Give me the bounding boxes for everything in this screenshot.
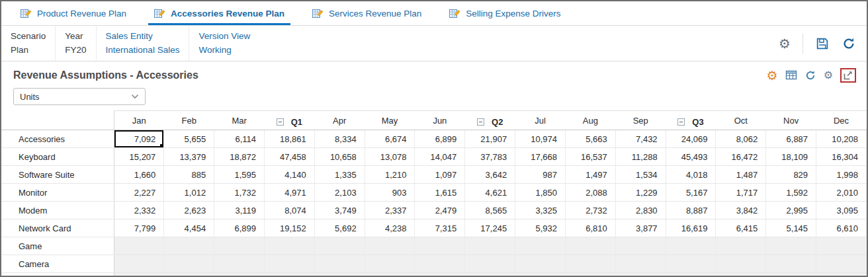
- grid-cell[interactable]: 8,074: [264, 202, 314, 219]
- grid-cell[interactable]: 15,207: [114, 148, 164, 166]
- grid-cell[interactable]: 8,062: [716, 130, 766, 148]
- grid-cell[interactable]: 10,208: [816, 130, 867, 148]
- grid-cell[interactable]: 7,092: [114, 130, 164, 148]
- grid-cell[interactable]: [615, 237, 666, 255]
- gear-icon[interactable]: ⚙: [779, 37, 791, 50]
- grid-cell[interactable]: 2,332: [114, 202, 164, 219]
- grid-cell[interactable]: 987: [515, 166, 566, 184]
- grid-cell[interactable]: 1,615: [415, 184, 465, 202]
- collapse-icon[interactable]: [677, 118, 685, 126]
- grid-cell[interactable]: [314, 237, 365, 255]
- grid-cell[interactable]: 2,623: [164, 202, 214, 219]
- pov-dimension-link[interactable]: Version View: [198, 31, 250, 42]
- grid-cell[interactable]: 3,877: [615, 219, 666, 237]
- grid-cell[interactable]: 1,097: [415, 166, 465, 184]
- grid-cell[interactable]: [716, 237, 766, 255]
- grid-cell[interactable]: [415, 273, 465, 277]
- collapse-icon[interactable]: [477, 118, 484, 126]
- grid-cell[interactable]: 14,047: [415, 148, 465, 166]
- units-dropdown[interactable]: Units: [13, 88, 146, 105]
- grid-cell[interactable]: 13,078: [365, 148, 415, 166]
- grid-cell[interactable]: 6,899: [214, 219, 265, 237]
- grid-cell[interactable]: 1,595: [214, 166, 265, 184]
- grid-cell[interactable]: 6,610: [816, 219, 867, 237]
- grid-cell[interactable]: [465, 237, 515, 255]
- grid-cell[interactable]: 5,663: [565, 130, 615, 148]
- gear-icon[interactable]: ⚙: [767, 69, 778, 82]
- grid-cell[interactable]: 16,619: [666, 219, 716, 237]
- grid-cell[interactable]: 6,674: [365, 130, 415, 148]
- grid-cell[interactable]: [615, 255, 666, 273]
- grid-cell[interactable]: 2,830: [615, 202, 666, 219]
- grid-cell[interactable]: [264, 237, 314, 255]
- pov-dimension-link[interactable]: Sales Entity: [106, 31, 180, 42]
- grid-cell[interactable]: 17,668: [515, 148, 566, 166]
- grid-cell[interactable]: [666, 237, 716, 255]
- grid-cell[interactable]: [716, 273, 766, 277]
- grid-cell[interactable]: 6,415: [716, 219, 766, 237]
- grid-cell[interactable]: 8,334: [314, 130, 365, 148]
- grid-cell[interactable]: [816, 255, 867, 273]
- grid-cell[interactable]: 2,010: [816, 184, 867, 202]
- grid-cell[interactable]: 1,732: [214, 184, 265, 202]
- grid-cell[interactable]: [365, 273, 415, 277]
- grid-cell[interactable]: 3,842: [716, 202, 766, 219]
- grid-cell[interactable]: [214, 273, 265, 277]
- grid-cell[interactable]: 5,655: [164, 130, 214, 148]
- grid-cell[interactable]: [766, 237, 816, 255]
- grid-cell[interactable]: 5,692: [314, 219, 365, 237]
- grid-cell[interactable]: 2,337: [365, 202, 415, 219]
- grid-cell[interactable]: 2,227: [114, 184, 164, 202]
- grid-cell[interactable]: 3,749: [314, 202, 365, 219]
- grid-cell[interactable]: 10,658: [314, 148, 365, 166]
- grid-cell[interactable]: 1,335: [314, 166, 365, 184]
- grid-cell[interactable]: 6,887: [766, 130, 816, 148]
- grid-cell[interactable]: 1,717: [716, 184, 766, 202]
- pov-member-link[interactable]: Working: [198, 45, 250, 56]
- grid-cell[interactable]: [666, 255, 716, 273]
- grid-cell[interactable]: 24,069: [666, 130, 716, 148]
- grid-cell[interactable]: [565, 237, 615, 255]
- save-icon[interactable]: [815, 36, 830, 51]
- grid-cell[interactable]: [264, 273, 314, 277]
- grid-cell[interactable]: [716, 255, 766, 273]
- grid-cell[interactable]: 2,479: [415, 202, 465, 219]
- tab-selling-expense-drivers[interactable]: Selling Expense Drivers: [435, 1, 574, 25]
- grid-cell[interactable]: 1,998: [816, 166, 867, 184]
- grid-cell[interactable]: 6,810: [565, 219, 615, 237]
- grid-cell[interactable]: [164, 237, 214, 255]
- grid-cell[interactable]: 2,103: [314, 184, 365, 202]
- tab-services-revenue-plan[interactable]: Services Revenue Plan: [298, 1, 435, 25]
- grid-cell[interactable]: 6,114: [214, 130, 265, 148]
- grid-cell[interactable]: [766, 255, 816, 273]
- grid-cell[interactable]: 10,974: [515, 130, 566, 148]
- grid-cell[interactable]: 17,245: [465, 219, 515, 237]
- grid-cell[interactable]: 45,493: [666, 148, 716, 166]
- grid-cell[interactable]: [465, 273, 515, 277]
- grid-cell[interactable]: [314, 273, 365, 277]
- grid-cell[interactable]: 7,799: [114, 219, 164, 237]
- grid-cell[interactable]: [214, 237, 265, 255]
- grid-cell[interactable]: [666, 273, 716, 277]
- maximize-icon[interactable]: [840, 68, 856, 83]
- grid-cell[interactable]: [114, 255, 164, 273]
- grid-cell[interactable]: [465, 255, 515, 273]
- grid-cell[interactable]: 3,095: [816, 202, 867, 219]
- grid-cell[interactable]: [365, 255, 415, 273]
- grid-cell[interactable]: [816, 273, 867, 277]
- grid-cell[interactable]: 2,995: [766, 202, 816, 219]
- tab-product-revenue-plan[interactable]: Product Revenue Plan: [7, 1, 140, 25]
- grid-cell[interactable]: [515, 237, 566, 255]
- grid-cell[interactable]: [264, 255, 314, 273]
- grid-cell[interactable]: [365, 237, 415, 255]
- grid-cell[interactable]: 4,140: [264, 166, 314, 184]
- grid-cell[interactable]: 4,238: [365, 219, 415, 237]
- grid-cell[interactable]: [415, 237, 465, 255]
- grid-cell[interactable]: 3,642: [465, 166, 515, 184]
- grid-cell[interactable]: 903: [365, 184, 415, 202]
- grid-cell[interactable]: [766, 273, 816, 277]
- grid-cell[interactable]: 1,660: [114, 166, 164, 184]
- grid-cell[interactable]: [515, 255, 566, 273]
- grid-cell[interactable]: [515, 273, 566, 277]
- grid-cell[interactable]: [114, 273, 164, 277]
